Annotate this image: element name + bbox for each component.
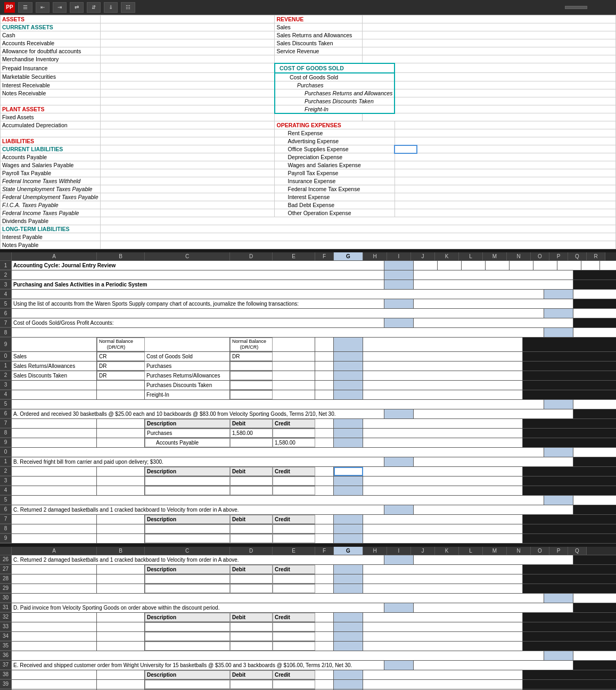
rest-row6[interactable] [573,309,616,318]
b2-27-cell[interactable] [97,565,145,574]
rest2-row27[interactable] [363,565,523,574]
c9-cell[interactable] [145,338,230,351]
g16[interactable] [384,409,414,418]
g25[interactable] [544,496,573,505]
a17-cell[interactable] [12,419,97,428]
b2-34[interactable] [97,632,145,641]
rest-row5[interactable] [414,299,573,308]
g21[interactable] [384,457,414,466]
g2-33[interactable] [334,622,363,631]
purchases-discounts-balance-cell[interactable] [230,381,273,390]
search-box[interactable] [565,6,587,9]
rest-row9[interactable] [363,338,523,351]
d23-input[interactable] [230,477,273,486]
b2-32[interactable] [97,613,145,622]
g2-26[interactable] [384,555,414,564]
g29[interactable] [334,534,363,543]
f17-cell[interactable] [315,419,334,428]
rest2-29[interactable] [363,584,523,593]
f18-cell[interactable] [315,429,334,438]
j1-cell[interactable] [462,261,486,270]
c28-input[interactable] [145,524,230,533]
c29-input[interactable] [145,534,230,543]
purchases-discounts-label-cell[interactable]: Purchases Discounts Taken [145,381,230,390]
ap-credit-cell[interactable]: 1,580.00 [273,438,315,447]
e29-input[interactable] [273,534,315,543]
e2-39-input[interactable] [273,680,315,689]
k1-cell[interactable] [486,261,510,270]
blank2-36[interactable] [12,651,544,660]
active-input-cell[interactable] [395,145,417,153]
e13-cell[interactable] [273,381,315,390]
freight-in-label-cell[interactable]: Freight-In [145,390,230,399]
b22-cell[interactable] [97,467,145,476]
a14-cell[interactable] [12,390,97,399]
rest-row2[interactable] [414,270,573,280]
f13-cell[interactable] [315,381,334,390]
rest-row11[interactable] [363,362,523,371]
g2-27[interactable] [334,565,363,574]
d28-input[interactable] [230,524,273,533]
rest-row28[interactable] [363,524,523,533]
rest-row4[interactable] [573,290,616,299]
c2-29-input[interactable] [145,584,230,593]
f14-cell[interactable] [315,390,334,399]
g2-30[interactable] [544,594,573,603]
rest-row14[interactable] [363,390,523,399]
rest-row23[interactable] [363,477,523,486]
d2-39-input[interactable] [230,680,273,689]
rest2-33[interactable] [363,622,523,631]
d29-input[interactable] [230,534,273,543]
transaction-b-cell[interactable]: B. Received fright bill from carrier and… [12,457,384,466]
f11-cell[interactable] [315,362,334,371]
rest2-37[interactable] [414,661,573,670]
rest2-31[interactable] [414,603,573,612]
g18[interactable] [334,429,363,438]
a2-29[interactable] [12,584,97,593]
g2-35[interactable] [334,642,363,651]
b2-38[interactable] [97,670,145,679]
rest-row21[interactable] [414,457,573,466]
b24-cell[interactable] [97,486,145,495]
blank-row4[interactable] [12,290,544,299]
g12[interactable] [334,371,363,380]
l1-cell[interactable] [510,261,533,270]
f9-cell[interactable] [315,338,334,351]
g17[interactable] [334,419,363,428]
g2-36[interactable] [544,651,573,660]
h1-cell[interactable] [414,261,438,270]
e28-input[interactable] [273,524,315,533]
purchases-returns-balance-cell[interactable] [230,371,273,380]
c2-35-input[interactable] [145,642,230,651]
sales-discounts-label-cell[interactable]: Sales Discounts Taken [12,371,97,380]
e23-input[interactable] [273,477,315,486]
sales-returns-label-cell[interactable]: Sales Returns/Allowances [12,362,97,371]
a2-28[interactable] [12,574,97,584]
rest-row8[interactable] [573,328,616,337]
rest2-row26[interactable] [414,555,573,564]
rest2-38[interactable] [363,670,523,679]
rest-row29[interactable] [363,534,523,543]
b17-cell[interactable] [97,419,145,428]
ap-debit-cell[interactable] [230,438,273,447]
transaction-a-cell[interactable]: A. Ordered and received 30 basketballs @… [12,409,384,418]
rest2-36[interactable] [573,651,616,660]
rest-row20[interactable] [573,448,616,457]
f2-38[interactable] [315,670,334,679]
c2-39-input[interactable] [145,680,230,689]
e2-29-input[interactable] [273,584,315,593]
e12-cell[interactable] [273,371,315,380]
rest-row7[interactable] [414,318,573,327]
g6[interactable] [544,309,573,318]
g19[interactable] [334,438,363,447]
rest-row3[interactable] [414,280,573,289]
title-cell-3[interactable]: Purchasing and Sales Activities in a Per… [12,280,384,289]
rest-row17[interactable] [363,419,523,428]
blank2-30[interactable] [12,594,544,603]
rest-row22[interactable] [363,467,523,476]
d24-input[interactable] [230,486,273,495]
f2-27-cell[interactable] [315,565,334,574]
a9-cell[interactable] [12,338,97,351]
blank-row8[interactable] [12,328,544,337]
b2-28[interactable] [97,574,145,584]
